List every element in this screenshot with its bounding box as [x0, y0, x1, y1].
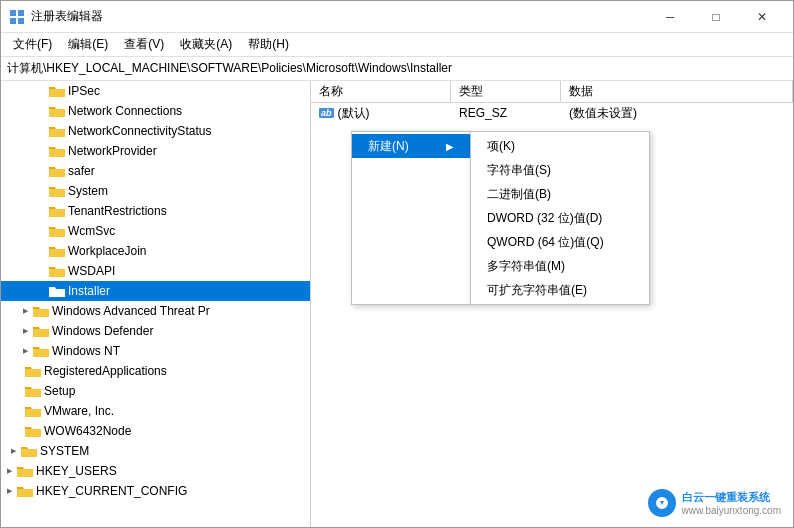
minimize-button[interactable]: ─ — [647, 1, 693, 33]
app-icon — [9, 9, 25, 25]
tree-label: Setup — [44, 384, 75, 398]
window-title: 注册表编辑器 — [31, 8, 647, 25]
tree-panel[interactable]: IPSec Network Connections NetworkConnect… — [1, 81, 311, 527]
tree-item-workplace-join[interactable]: WorkplaceJoin — [1, 241, 310, 261]
address-bar: 计算机\HKEY_LOCAL_MACHINE\SOFTWARE\Policies… — [1, 57, 793, 81]
folder-icon — [49, 123, 65, 139]
tree-item-wsdapi[interactable]: WSDAPI — [1, 261, 310, 281]
th-name-label: 名称 — [319, 83, 343, 100]
tree-item-tenant-restrictions[interactable]: TenantRestrictions — [1, 201, 310, 221]
svg-rect-0 — [10, 10, 16, 16]
right-panel: 名称 类型 数据 ab (默认) REG_SZ — [311, 81, 793, 527]
context-menu-label: 新建(N) — [368, 138, 409, 155]
tree-label: WOW6432Node — [44, 424, 131, 438]
tree-item-safer[interactable]: safer — [1, 161, 310, 181]
tree-label: SYSTEM — [40, 444, 89, 458]
menu-bar: 文件(F) 编辑(E) 查看(V) 收藏夹(A) 帮助(H) — [1, 33, 793, 57]
tree-item-network-provider[interactable]: NetworkProvider — [1, 141, 310, 161]
tree-item-hkey-users[interactable]: HKEY_USERS — [1, 461, 310, 481]
tree-item-network-connections[interactable]: Network Connections — [1, 101, 310, 121]
expand-icon — [17, 343, 33, 359]
tree-item-system[interactable]: System — [1, 181, 310, 201]
tree-label: System — [68, 184, 108, 198]
submenu-label: 可扩充字符串值(E) — [487, 282, 587, 299]
menu-file[interactable]: 文件(F) — [5, 34, 60, 56]
row-name: (默认) — [338, 105, 370, 122]
th-name[interactable]: 名称 — [311, 81, 451, 102]
submenu-label: 多字符串值(M) — [487, 258, 565, 275]
tree-label: TenantRestrictions — [68, 204, 167, 218]
tree-label: Windows Advanced Threat Pr — [52, 304, 210, 318]
th-data[interactable]: 数据 — [561, 81, 793, 102]
submenu-item-qword[interactable]: QWORD (64 位)值(Q) — [471, 230, 649, 254]
watermark-brand: 白云一键重装系统 — [682, 490, 782, 505]
tree-label: WSDAPI — [68, 264, 115, 278]
context-menu: 新建(N) ▶ — [351, 131, 471, 305]
menu-favorites[interactable]: 收藏夹(A) — [172, 34, 240, 56]
table-header: 名称 类型 数据 — [311, 81, 793, 103]
tree-item-hkey-current-config[interactable]: HKEY_CURRENT_CONFIG — [1, 481, 310, 501]
submenu-item-binary[interactable]: 二进制值(B) — [471, 182, 649, 206]
tree-item-vmware[interactable]: VMware, Inc. — [1, 401, 310, 421]
folder-icon — [25, 383, 41, 399]
tree-item-system-root[interactable]: SYSTEM — [1, 441, 310, 461]
expand-icon — [17, 323, 33, 339]
tree-label: IPSec — [68, 84, 100, 98]
row-type: REG_SZ — [459, 106, 507, 120]
tree-label: VMware, Inc. — [44, 404, 114, 418]
context-menu-item-new[interactable]: 新建(N) ▶ — [352, 134, 470, 158]
tree-item-network-connectivity[interactable]: NetworkConnectivityStatus — [1, 121, 310, 141]
folder-icon — [49, 283, 65, 299]
tree-item-ipsec[interactable]: IPSec — [1, 81, 310, 101]
submenu-label: DWORD (32 位)值(D) — [487, 210, 602, 227]
folder-icon — [49, 183, 65, 199]
tree-item-setup[interactable]: Setup — [1, 381, 310, 401]
tree-label: Installer — [68, 284, 110, 298]
th-type[interactable]: 类型 — [451, 81, 561, 102]
folder-icon — [49, 83, 65, 99]
submenu-item-multistring[interactable]: 多字符串值(M) — [471, 254, 649, 278]
menu-edit[interactable]: 编辑(E) — [60, 34, 116, 56]
tree-item-windows-defender[interactable]: Windows Defender — [1, 321, 310, 341]
tree-label: Windows Defender — [52, 324, 153, 338]
expand-icon — [1, 463, 17, 479]
folder-icon — [33, 303, 49, 319]
table-row[interactable]: ab (默认) REG_SZ (数值未设置) — [311, 103, 793, 123]
watermark-text-container: 白云一键重装系统 www.baiyunxtong.com — [682, 490, 782, 516]
expand-icon — [17, 303, 33, 319]
tree-label: NetworkConnectivityStatus — [68, 124, 211, 138]
td-type: REG_SZ — [451, 106, 561, 120]
tree-item-wow6432[interactable]: WOW6432Node — [1, 421, 310, 441]
folder-icon — [25, 403, 41, 419]
folder-icon — [33, 323, 49, 339]
tree-item-installer[interactable]: Installer — [1, 281, 310, 301]
submenu-label: QWORD (64 位)值(Q) — [487, 234, 604, 251]
submenu-label: 二进制值(B) — [487, 186, 551, 203]
submenu-label: 字符串值(S) — [487, 162, 551, 179]
submenu-item-string[interactable]: 字符串值(S) — [471, 158, 649, 182]
main-content: IPSec Network Connections NetworkConnect… — [1, 81, 793, 527]
submenu-item-key[interactable]: 项(K) — [471, 134, 649, 158]
svg-rect-3 — [18, 18, 24, 24]
tree-item-wcmsvc[interactable]: WcmSvc — [1, 221, 310, 241]
menu-view[interactable]: 查看(V) — [116, 34, 172, 56]
tree-item-windows-advanced-threat[interactable]: Windows Advanced Threat Pr — [1, 301, 310, 321]
maximize-button[interactable]: □ — [693, 1, 739, 33]
submenu-item-dword[interactable]: DWORD (32 位)值(D) — [471, 206, 649, 230]
folder-icon — [25, 423, 41, 439]
tree-item-registered-applications[interactable]: RegisteredApplications — [1, 361, 310, 381]
folder-icon — [49, 163, 65, 179]
td-name: ab (默认) — [311, 105, 451, 122]
svg-rect-2 — [10, 18, 16, 24]
tree-label: WorkplaceJoin — [68, 244, 146, 258]
tree-item-windows-nt[interactable]: Windows NT — [1, 341, 310, 361]
th-type-label: 类型 — [459, 83, 483, 100]
folder-icon — [49, 263, 65, 279]
submenu-item-expandstring[interactable]: 可扩充字符串值(E) — [471, 278, 649, 302]
folder-icon — [49, 243, 65, 259]
expand-icon — [5, 443, 21, 459]
tree-label: RegisteredApplications — [44, 364, 167, 378]
reg-ab-icon: ab — [319, 108, 334, 118]
close-button[interactable]: ✕ — [739, 1, 785, 33]
menu-help[interactable]: 帮助(H) — [240, 34, 297, 56]
